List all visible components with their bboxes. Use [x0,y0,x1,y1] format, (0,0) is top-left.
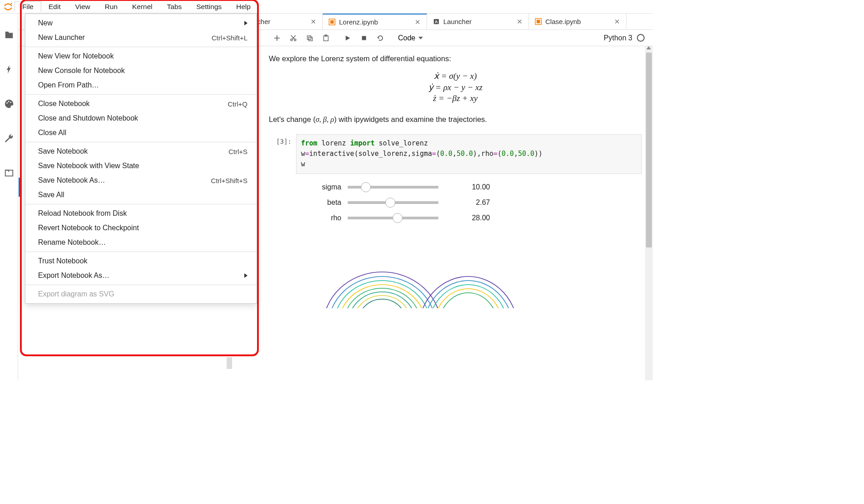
widget-label: rho [296,214,341,222]
wrench-icon[interactable] [4,133,15,144]
svg-rect-10 [536,20,540,24]
svg-point-3 [10,102,11,103]
menu-new-view-notebook[interactable]: New View for Notebook [25,49,257,63]
menu-separator [25,142,257,142]
shortcut: Ctrl+Q [228,100,248,108]
menu-trust-notebook[interactable]: Trust Notebook [25,254,257,268]
svg-point-22 [344,288,420,308]
app-root: File Edit View Run Kernel Tabs Settings … [0,0,653,380]
menu-save-as[interactable]: Save Notebook As…Ctrl+Shift+S [25,173,257,188]
menu-kernel[interactable]: Kernel [125,2,160,12]
close-icon[interactable]: ✕ [613,18,621,26]
markdown-equations: ẋ = σ(y − x) ẏ = ρx − y − xz ż = −βz + x… [269,71,642,103]
notebook-icon [328,19,335,26]
scrollbar[interactable] [645,46,653,380]
code-input[interactable]: from lorenz import solve_lorenz w=intera… [296,134,642,174]
menu-close-notebook[interactable]: Close NotebookCtrl+Q [25,97,257,111]
chevron-right-icon [244,273,248,278]
add-cell-icon[interactable] [269,31,285,45]
menu-rename-notebook[interactable]: Rename Notebook… [25,235,257,250]
menu-edit[interactable]: Edit [41,2,68,12]
menu-run[interactable]: Run [97,2,125,12]
kernel-idle-icon[interactable] [637,34,645,42]
menu-save-view-state[interactable]: Save Notebook with View State [25,159,257,173]
cut-icon[interactable] [286,31,301,45]
palette-icon[interactable] [4,98,15,109]
paste-icon[interactable] [318,31,334,45]
menu-separator [25,285,257,285]
slider-thumb[interactable] [393,213,403,223]
tab-launcher-2[interactable]: A Launcher ✕ [427,14,529,29]
menu-separator [25,252,257,252]
svg-point-2 [8,101,9,102]
ipywidgets-output: sigma 10.00 beta 2.67 rho 28.00 [296,183,642,222]
widget-label: beta [296,199,341,207]
menu-help[interactable]: Help [229,2,258,12]
widget-value: 28.00 [454,214,490,222]
slider-thumb[interactable] [385,198,395,208]
close-icon[interactable]: ✕ [414,18,421,26]
code-cell[interactable]: [3]: from lorenz import solve_lorenz w=i… [269,134,642,174]
svg-rect-17 [362,36,366,40]
cell-type-select[interactable]: Code [389,33,426,43]
cell-prompt: [3]: [269,134,296,174]
activity-bar [0,14,18,380]
shortcut: Ctrl+Shift+L [212,34,248,42]
widget-beta: beta 2.67 [296,199,642,207]
widget-value: 2.67 [454,199,490,207]
copy-icon[interactable] [302,31,317,45]
svg-point-18 [323,272,441,308]
menu-close-all[interactable]: Close All [25,126,257,140]
slider-sigma[interactable] [348,186,438,189]
lorenz-plot [314,245,523,308]
notebook-icon [534,18,542,25]
tab-lorenz[interactable]: Lorenz.ipynb ✕ [323,14,427,29]
chevron-right-icon [244,21,248,25]
menu-view[interactable]: View [68,2,97,12]
running-icon[interactable] [4,64,15,75]
menu-open-from-path[interactable]: Open From Path… [25,78,257,92]
shortcut: Ctrl+S [228,148,248,155]
scrollbar-thumb[interactable] [646,53,652,247]
close-icon[interactable]: ✕ [310,18,317,26]
menu-save-all[interactable]: Save All [25,188,257,202]
file-menu-dropdown: New New LauncherCtrl+Shift+L New View fo… [25,14,257,304]
folder-icon[interactable] [4,29,15,40]
menu-settings[interactable]: Settings [189,2,229,12]
menu-save-notebook[interactable]: Save NotebookCtrl+S [25,144,257,159]
menu-reload-notebook[interactable]: Reload Notebook from Disk [25,206,257,221]
stop-icon[interactable] [356,31,372,45]
menu-new[interactable]: New [25,16,257,30]
menu-separator [25,94,257,95]
menu-tabs[interactable]: Tabs [160,2,189,12]
tab-clase[interactable]: Clase.ipynb ✕ [529,14,626,29]
menu-export-notebook[interactable]: Export Notebook As… [25,268,257,283]
widget-rho: rho 28.00 [296,214,642,222]
markdown-intro2: Let's change (σ, β, ρ) with ipywidgets a… [269,113,642,126]
restart-icon[interactable] [373,31,388,45]
tabs-icon[interactable] [4,167,15,178]
svg-rect-15 [324,36,328,41]
panel-drag-handle[interactable] [227,357,232,369]
run-icon[interactable] [340,31,355,45]
close-icon[interactable]: ✕ [516,18,523,26]
menu-file[interactable]: File [15,1,41,12]
menu-new-console-notebook[interactable]: New Console for Notebook [25,63,257,78]
equation-line: ẏ = ρx − y − xz [269,82,642,92]
slider-thumb[interactable] [361,182,371,192]
menu-new-launcher[interactable]: New LauncherCtrl+Shift+L [25,30,257,45]
menu-separator [25,204,257,204]
menu-revert-checkpoint[interactable]: Revert Notebook to Checkpoint [25,221,257,235]
slider-beta[interactable] [348,201,438,204]
svg-point-23 [349,292,415,308]
widget-label: sigma [296,183,341,191]
menu-close-shutdown[interactable]: Close and Shutdown Notebook [25,111,257,126]
svg-point-26 [418,276,518,308]
tab-launcher-1[interactable]: Launcher ✕ [250,14,323,29]
notebook-toolbar: Code Python 3 [250,31,653,45]
slider-rho[interactable] [348,217,438,219]
kernel-name[interactable]: Python 3 [604,34,632,42]
widget-value: 10.00 [454,183,490,191]
tab-label: Clase.ipynb [545,18,581,25]
svg-point-11 [291,39,292,41]
